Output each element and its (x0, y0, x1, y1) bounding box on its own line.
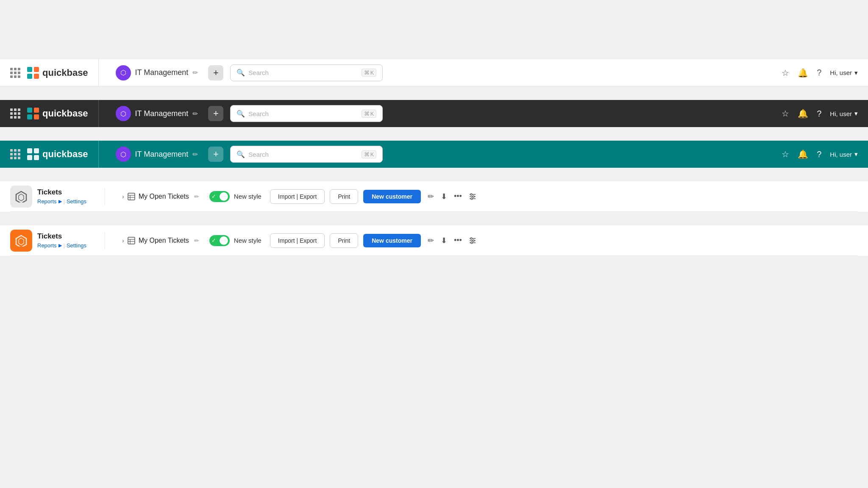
import-export-button-1[interactable]: Import | Export (270, 189, 325, 204)
notifications-icon-dark[interactable]: 🔔 (798, 108, 808, 119)
new-style-toggle-2[interactable]: ✓ (209, 235, 230, 246)
logo-area[interactable]: quickbase (27, 59, 99, 86)
svg-point-23 (471, 198, 473, 200)
notifications-icon-teal[interactable]: 🔔 (798, 149, 808, 159)
user-greeting-teal[interactable]: Hi, user ▾ (830, 150, 858, 158)
table-icon-2 (128, 237, 135, 244)
grid-view-icon (128, 193, 135, 200)
app-sub-links-1: Reports ▶ | Settings (37, 198, 96, 205)
new-style-toggle-1[interactable]: ✓ (209, 191, 230, 202)
breadcrumb-2: › My Open Tickets ✏ (114, 237, 199, 244)
user-greeting-dark[interactable]: Hi, user ▾ (830, 110, 858, 117)
add-button-dark[interactable]: + (208, 106, 223, 121)
more-icon-2[interactable]: ••• (454, 236, 462, 245)
favorites-icon[interactable]: ☆ (782, 68, 789, 78)
logo-text-dark: quickbase (42, 108, 88, 119)
toolbar-row-1: Tickets Reports ▶ | Settings › My Open T… (10, 181, 858, 212)
user-greeting-text: Hi, user (830, 69, 852, 76)
filter-icon-2[interactable] (469, 237, 476, 244)
svg-rect-6 (27, 114, 32, 119)
import-export-button-2[interactable]: Import | Export (270, 233, 325, 248)
grid-menu-icon-teal[interactable] (10, 149, 20, 159)
print-button-1[interactable]: Print (330, 189, 358, 204)
svg-rect-9 (34, 148, 39, 153)
logo-text: quickbase (42, 67, 88, 78)
filter-icon-1[interactable] (469, 193, 476, 200)
search-bar-dark[interactable]: 🔍 Search ⌘ K (230, 105, 383, 122)
toolbar-section-2: Tickets Reports ▶ | Settings › My Open T… (0, 225, 868, 256)
sub-divider-1: | (64, 198, 65, 205)
search-shortcut: ⌘ K (362, 69, 377, 77)
svg-rect-0 (27, 67, 32, 72)
search-kbd-key: K (370, 69, 374, 76)
app-icon-gray (15, 191, 27, 202)
user-greeting[interactable]: Hi, user ▾ (830, 69, 858, 77)
settings-link-1[interactable]: Settings (67, 198, 86, 205)
add-button-teal[interactable]: + (208, 147, 223, 162)
toolbar-buttons-2: Import | Export Print New customer (270, 233, 421, 248)
edit-icon-2[interactable]: ✏ (428, 236, 434, 245)
favorites-icon-dark[interactable]: ☆ (782, 108, 789, 119)
print-button-2[interactable]: Print (330, 233, 358, 248)
toolbar-section-1: Tickets Reports ▶ | Settings › My Open T… (0, 181, 868, 212)
search-bar[interactable]: 🔍 Search ⌘ K (230, 64, 383, 81)
svg-rect-4 (27, 108, 32, 113)
svg-rect-7 (34, 114, 39, 119)
reports-arrow-2: ▶ (58, 243, 62, 248)
download-icon-2[interactable]: ⬇ (441, 236, 447, 245)
edit-icon-1[interactable]: ✏ (428, 192, 434, 201)
reports-arrow-1: ▶ (58, 199, 62, 204)
help-icon-dark[interactable]: ? (817, 109, 821, 119)
favorites-icon-teal[interactable]: ☆ (782, 149, 789, 159)
search-shortcut-dark: ⌘ K (362, 110, 377, 118)
view-edit-icon-2[interactable]: ✏ (194, 237, 199, 244)
more-icon-1[interactable]: ••• (454, 192, 462, 201)
app-logo-gray[interactable] (10, 186, 32, 208)
quickbase-logo-icon-dark (27, 108, 39, 119)
navbar-light: quickbase ⬡ IT Management ✏ + 🔍 Search ⌘… (0, 59, 868, 86)
search-bar-teal[interactable]: 🔍 Search ⌘ K (230, 146, 383, 163)
reports-link-2[interactable]: Reports (37, 242, 57, 249)
logo-area-dark[interactable]: quickbase (27, 100, 99, 127)
app-edit-icon-teal[interactable]: ✏ (192, 150, 198, 158)
app-avatar: ⬡ (116, 65, 131, 80)
svg-rect-3 (34, 74, 39, 79)
add-button[interactable]: + (208, 65, 223, 80)
new-customer-button-1[interactable]: New customer (363, 190, 421, 203)
grid-menu-icon[interactable] (10, 68, 20, 78)
logo-area-teal[interactable]: quickbase (27, 141, 99, 168)
app-area-dark: ⬡ IT Management ✏ (106, 106, 198, 121)
svg-point-34 (473, 240, 474, 241)
app-name-dark: IT Management (135, 109, 189, 118)
app-logo-orange[interactable] (10, 230, 32, 252)
search-icon-teal: 🔍 (236, 150, 245, 158)
app-avatar-teal: ⬡ (116, 147, 131, 162)
app-edit-icon[interactable]: ✏ (192, 69, 198, 77)
toggle-area-2: ✓ New style (209, 235, 262, 246)
svg-rect-2 (27, 74, 32, 79)
svg-rect-8 (27, 148, 32, 153)
toggle-area-1: ✓ New style (209, 191, 262, 202)
svg-rect-10 (27, 155, 32, 160)
toolbar-icons-2: ✏ ⬇ ••• (428, 236, 476, 245)
navbar-teal: quickbase ⬡ IT Management ✏ + 🔍 Search ⌘… (0, 141, 868, 168)
view-edit-icon-1[interactable]: ✏ (194, 193, 199, 200)
new-customer-button-2[interactable]: New customer (363, 234, 421, 247)
quickbase-logo-icon (27, 67, 39, 79)
help-icon-teal[interactable]: ? (817, 150, 821, 159)
notifications-icon[interactable]: 🔔 (798, 68, 808, 78)
user-dropdown-icon: ▾ (854, 69, 858, 77)
settings-link-2[interactable]: Settings (67, 242, 86, 249)
app-avatar-dark: ⬡ (116, 106, 131, 121)
filter-sliders-icon (469, 193, 476, 200)
sub-divider-2: | (64, 242, 65, 249)
svg-point-35 (471, 242, 473, 244)
navbar-dark: quickbase ⬡ IT Management ✏ + 🔍 Search ⌘… (0, 100, 868, 127)
app-edit-icon-dark[interactable]: ✏ (192, 110, 198, 118)
quickbase-logo-icon-teal (27, 148, 39, 160)
grid-menu-icon-dark[interactable] (10, 108, 20, 119)
download-icon-1[interactable]: ⬇ (441, 192, 447, 201)
reports-link-1[interactable]: Reports (37, 198, 57, 205)
help-icon[interactable]: ? (817, 68, 821, 78)
breadcrumb-arrow-1: › (122, 193, 124, 200)
